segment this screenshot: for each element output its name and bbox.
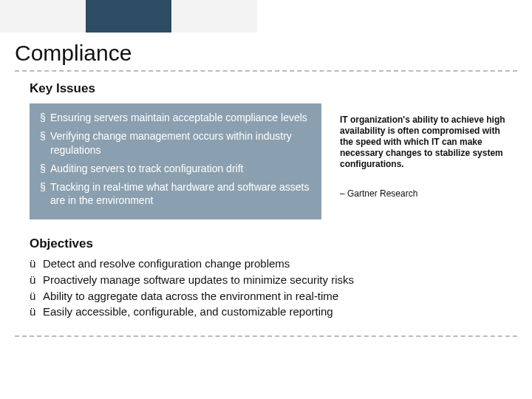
issue-text: Auditing servers to track configuration …	[50, 162, 311, 176]
issue-row: § Ensuring servers maintain acceptable c…	[40, 111, 311, 125]
objective-text: Proactively manage software updates to m…	[43, 272, 354, 288]
top-band-underline	[0, 33, 532, 35]
objectives-block: Objectives ü Detect and resolve configur…	[30, 236, 502, 320]
objective-row: ü Proactively manage software updates to…	[30, 272, 502, 288]
objectives-heading: Objectives	[30, 236, 502, 251]
top-block-1	[0, 0, 86, 35]
bullet-icon: §	[40, 180, 50, 208]
issue-row: § Tracking in real-time what hardware an…	[40, 180, 311, 208]
slide: Compliance Key Issues § Ensuring servers…	[0, 0, 532, 399]
check-icon: ü	[30, 256, 43, 272]
top-block-4	[257, 0, 532, 35]
key-issues-heading: Key Issues	[30, 81, 95, 96]
slide-title: Compliance	[15, 41, 132, 66]
footer: altiris ™ © 8/16/2018 Altiris Inc. SERVE…	[0, 344, 532, 388]
objective-row: ü Easily accessible, configurable, and c…	[30, 304, 502, 320]
issue-text: Tracking in real-time what hardware and …	[50, 180, 311, 208]
objective-text: Easily accessible, configurable, and cus…	[43, 304, 333, 320]
check-icon: ü	[30, 272, 43, 288]
check-icon: ü	[30, 288, 43, 304]
title-divider	[15, 70, 517, 72]
quote-text: IT organization's ability to achieve hig…	[340, 115, 510, 170]
objective-text: Ability to aggregate data across the env…	[43, 288, 338, 304]
objective-row: ü Detect and resolve configuration chang…	[30, 256, 502, 272]
objective-row: ü Ability to aggregate data across the e…	[30, 288, 502, 304]
quote-attribution: – Gartner Research	[340, 188, 510, 199]
bullet-icon: §	[40, 111, 50, 125]
bullet-icon: §	[40, 129, 50, 157]
check-icon: ü	[30, 304, 43, 320]
footer-divider	[15, 335, 517, 337]
objective-text: Detect and resolve configuration change …	[43, 256, 290, 272]
issue-row: § Verifying change management occurs wit…	[40, 129, 311, 157]
issue-text: Ensuring servers maintain acceptable com…	[50, 111, 311, 125]
issues-box: § Ensuring servers maintain acceptable c…	[30, 103, 321, 219]
top-block-3	[171, 0, 257, 35]
top-block-2	[86, 0, 171, 35]
issue-row: § Auditing servers to track configuratio…	[40, 162, 311, 176]
bullet-icon: §	[40, 162, 50, 176]
issue-text: Verifying change management occurs withi…	[50, 129, 311, 157]
top-band	[0, 0, 532, 35]
